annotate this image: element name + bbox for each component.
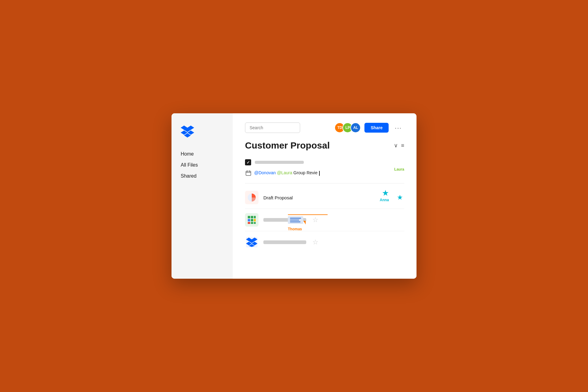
file-icon-dropbox xyxy=(245,236,258,249)
header-right: TD LP AL Share ··· xyxy=(334,123,404,133)
main-content: TD LP AL Share ··· Customer Proposal ∨ ≡ xyxy=(233,113,417,279)
section-divider xyxy=(245,183,404,183)
thomas-doc-line-3 xyxy=(290,221,300,222)
svg-rect-17 xyxy=(248,222,250,224)
header-row: TD LP AL Share ··· xyxy=(245,123,404,133)
svg-rect-19 xyxy=(254,222,256,224)
star-button-0[interactable]: ★ xyxy=(396,193,404,202)
share-button[interactable]: Share xyxy=(364,123,389,133)
sidebar-item-shared[interactable]: Shared xyxy=(181,173,224,179)
avatar-al: AL xyxy=(350,123,361,133)
svg-rect-16 xyxy=(254,219,256,221)
task-section: @Donovan @Laura Group Revie Laura xyxy=(245,157,404,178)
sidebar-item-all-files[interactable]: All Files xyxy=(181,162,224,168)
thomas-annotation: Thomas xyxy=(288,214,328,231)
app-window: Home All Files Shared TD LP AL Share ···… xyxy=(172,113,417,279)
thomas-doc-line-2 xyxy=(290,220,299,221)
file-row: Thomas ☆ xyxy=(245,209,404,231)
checkbox-checked[interactable] xyxy=(245,159,251,165)
file-list: Draft Proposal ★ Anna ★ xyxy=(245,187,404,253)
sidebar: Home All Files Shared xyxy=(172,113,233,279)
anna-annotation: ★ Anna xyxy=(380,188,389,202)
task-text-placeholder xyxy=(255,161,304,164)
file-icon-pie-chart xyxy=(245,191,258,204)
file-icon-sheets xyxy=(245,213,258,227)
thomas-highlight-line xyxy=(288,214,328,215)
document-title: Customer Proposal xyxy=(245,140,330,151)
svg-rect-18 xyxy=(251,222,253,224)
title-row: Customer Proposal ∨ ≡ xyxy=(245,140,404,151)
svg-rect-14 xyxy=(248,219,250,221)
more-options-button[interactable]: ··· xyxy=(392,123,404,133)
mention-donovan: @Donovan @Laura Group Revie xyxy=(254,170,320,175)
hamburger-icon[interactable]: ≡ xyxy=(401,142,404,149)
chevron-down-icon[interactable]: ∨ xyxy=(394,142,398,149)
svg-rect-4 xyxy=(246,171,251,175)
laura-annotation: Laura xyxy=(394,167,404,172)
thomas-label: Thomas xyxy=(288,227,328,231)
file-name-draft-proposal: Draft Proposal xyxy=(263,195,391,200)
cursor-arrow-icon xyxy=(303,221,306,224)
avatar-group: TD LP AL xyxy=(334,123,361,133)
svg-rect-11 xyxy=(248,216,250,218)
file-row: ☆ xyxy=(245,231,404,253)
text-cursor xyxy=(319,171,320,176)
mention-body-text: Group Revie xyxy=(293,170,318,175)
svg-rect-12 xyxy=(251,216,253,218)
mention-at-donovan: @Donovan xyxy=(254,170,276,175)
title-controls: ∨ ≡ xyxy=(394,142,404,149)
anna-label: Anna xyxy=(380,198,389,202)
anna-star-icon: ★ xyxy=(382,188,389,198)
task-row xyxy=(245,157,404,168)
file-name-placeholder-2 xyxy=(263,240,306,244)
mention-at-laura: @Laura xyxy=(277,170,292,175)
sidebar-navigation: Home All Files Shared xyxy=(181,151,224,179)
thomas-doc-card xyxy=(288,216,303,224)
svg-marker-0 xyxy=(181,126,194,132)
svg-rect-13 xyxy=(254,216,256,218)
file-row: Draft Proposal ★ Anna ★ xyxy=(245,187,404,209)
svg-rect-15 xyxy=(251,219,253,221)
search-input[interactable] xyxy=(245,123,300,133)
calendar-icon xyxy=(245,170,252,176)
dropbox-logo xyxy=(181,126,224,139)
thomas-doc-line-1 xyxy=(290,218,301,219)
sidebar-item-home[interactable]: Home xyxy=(181,151,224,157)
star-button-2[interactable]: ☆ xyxy=(311,238,320,247)
mention-row: @Donovan @Laura Group Revie Laura xyxy=(245,168,404,178)
